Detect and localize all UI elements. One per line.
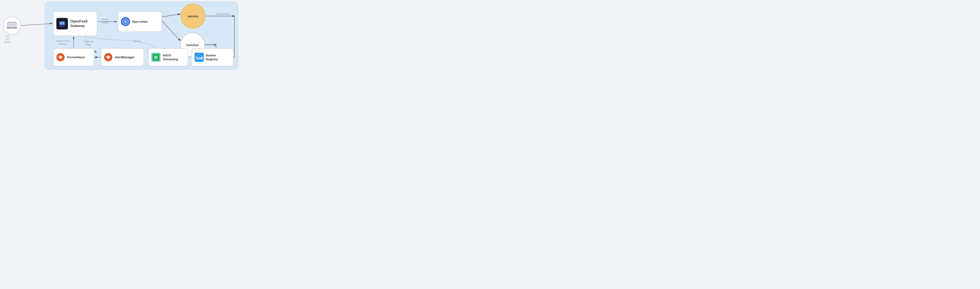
svg-rect-47 [196, 59, 197, 59]
nats-streaming-label: NATSStreaming [163, 53, 178, 61]
collect-red-label: Collect R.E.D.Metrics [56, 40, 70, 46]
docker-registry-label: DockerRegistry [206, 53, 218, 61]
diagram-container: CLI/UI/REST OPENFAAS OpenFaaSGateway CRU… [0, 0, 245, 72]
client-label: CLI/UI/REST [5, 35, 11, 44]
svg-point-25 [125, 21, 126, 22]
svg-rect-49 [200, 59, 201, 59]
prometheus-label: Prometheus [67, 55, 85, 59]
prometheus-icon [56, 53, 65, 61]
scale-updown-label: Scale up/down [84, 40, 93, 46]
svg-rect-46 [200, 57, 201, 58]
client-node [3, 16, 21, 35]
faas-netes-label: faas-netes [132, 19, 148, 24]
svg-rect-21 [62, 22, 64, 24]
nats-streaming-box: N NATSStreaming [148, 48, 188, 66]
queue-label: Queue [134, 40, 141, 43]
kubernetes-icon [121, 17, 130, 26]
svg-rect-44 [196, 57, 197, 58]
docker-icon [195, 53, 204, 62]
alertmanager-icon [104, 53, 112, 61]
service-latest-label: service:latest [216, 12, 230, 16]
svg-rect-20 [60, 22, 62, 24]
alertmanager-box: AlertManager [101, 48, 144, 66]
java-fn-label: java-fn:2.0 [206, 43, 217, 46]
alertmanager-label: AlertManager [115, 55, 135, 59]
svg-text:OPENFAAS: OPENFAAS [59, 26, 65, 27]
nats-icon: N [151, 53, 161, 62]
svg-rect-37 [108, 59, 109, 59]
docker-registry-box: DockerRegistry [191, 48, 234, 66]
svg-rect-15 [9, 23, 15, 27]
svg-rect-35 [60, 59, 61, 59]
prometheus-box: Prometheus [53, 48, 94, 66]
crud-invoke-label: CRUD/Invoke [101, 18, 109, 24]
gateway-label: OpenFaaSGateway [70, 19, 88, 28]
service-circle: service [181, 4, 205, 29]
faas-netes-box: faas-netes [118, 11, 162, 32]
svg-rect-45 [198, 57, 199, 58]
svg-point-36 [108, 58, 109, 59]
svg-rect-17 [10, 27, 14, 28]
laptop-icon [6, 21, 17, 30]
gateway-box: OPENFAAS OpenFaaSGateway [53, 11, 97, 36]
svg-rect-48 [198, 59, 199, 59]
openfaas-logo: OPENFAAS [56, 18, 68, 29]
svg-point-34 [60, 58, 61, 59]
svg-text:N: N [154, 55, 158, 60]
